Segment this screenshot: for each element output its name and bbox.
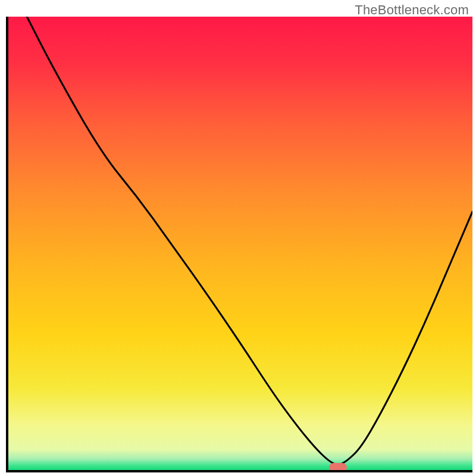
gradient-background xyxy=(8,17,472,470)
optimum-marker xyxy=(329,463,347,472)
chart-svg xyxy=(8,17,472,470)
plot-area xyxy=(6,17,472,472)
watermark-label: TheBottleneck.com xyxy=(355,2,469,18)
